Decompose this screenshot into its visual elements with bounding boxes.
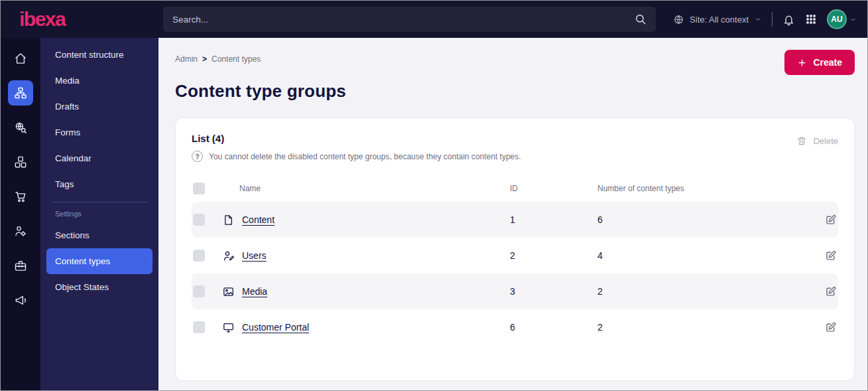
- ibexa-logo: ibexa: [19, 8, 65, 30]
- table-row: Users 2 4: [192, 238, 838, 274]
- column-header-name: Name: [222, 184, 510, 193]
- content-type-group-link[interactable]: Users: [242, 250, 267, 261]
- sidebar-item-tags[interactable]: Tags: [46, 171, 153, 197]
- cart-icon[interactable]: [8, 184, 33, 209]
- user-menu[interactable]: AU: [827, 9, 857, 29]
- edit-button[interactable]: [825, 321, 837, 333]
- row-checkbox[interactable]: [193, 214, 205, 226]
- row-count: 4: [597, 250, 810, 261]
- content-structure-icon[interactable]: [8, 80, 33, 106]
- global-search: [163, 7, 656, 32]
- megaphone-icon[interactable]: [8, 287, 33, 313]
- list-title: List (4): [192, 133, 521, 144]
- sidebar-item-label: Forms: [55, 127, 80, 137]
- select-all-checkbox[interactable]: [193, 183, 205, 195]
- sidebar-item-label: Sections: [55, 230, 90, 240]
- topbar: ibexa Site: All context: [1, 1, 867, 38]
- table-header-row: Name ID Number of content types: [192, 175, 838, 202]
- delete-note-text: You cannot delete the disabled content t…: [209, 152, 521, 161]
- site-search-icon[interactable]: [8, 115, 33, 140]
- column-header-count: Number of content types: [597, 184, 810, 193]
- sidebar-menu: Content structure Media Drafts Forms Cal…: [40, 38, 158, 390]
- breadcrumb-current: Content types: [212, 54, 261, 64]
- topbar-divider: [772, 12, 773, 27]
- plus-icon: [797, 58, 807, 68]
- topbar-controls: Site: All context AU: [673, 9, 867, 29]
- edit-button[interactable]: [825, 214, 837, 226]
- page-title: Content type groups: [175, 79, 855, 103]
- row-count: 6: [597, 214, 810, 225]
- row-count: 2: [597, 286, 810, 297]
- delete-button-label: Delete: [813, 136, 838, 146]
- table-row: Content 1 6: [192, 202, 838, 238]
- breadcrumb: Admin>Content types: [175, 50, 261, 64]
- content-type-group-link[interactable]: Media: [242, 286, 267, 297]
- row-id: 2: [510, 250, 597, 261]
- create-button[interactable]: Create: [784, 50, 855, 75]
- admin-icon[interactable]: [8, 218, 33, 244]
- sidebar-item-content-types[interactable]: Content types: [46, 248, 153, 274]
- content-type-group-link[interactable]: Content: [242, 214, 275, 225]
- icon-rail: [1, 38, 40, 390]
- main-content: Admin>Content types Create Content type …: [158, 38, 867, 390]
- row-checkbox[interactable]: [193, 285, 205, 297]
- row-id: 6: [510, 322, 597, 333]
- sidebar-item-label: Object States: [55, 282, 109, 292]
- site-context-label: Site: All context: [690, 15, 749, 25]
- create-button-label: Create: [813, 57, 842, 68]
- catalog-icon[interactable]: [8, 149, 33, 175]
- delete-button[interactable]: Delete: [796, 133, 838, 146]
- sidebar-item-object-states[interactable]: Object States: [46, 274, 153, 300]
- media-image-icon: [222, 285, 235, 298]
- row-checkbox[interactable]: [193, 321, 205, 333]
- edit-button[interactable]: [825, 250, 837, 262]
- breadcrumb-separator: >: [202, 54, 207, 64]
- sidebar-divider: [51, 202, 148, 202]
- workspace-icon[interactable]: [8, 253, 33, 278]
- sidebar-item-label: Content types: [55, 256, 110, 266]
- sidebar-item-drafts[interactable]: Drafts: [46, 94, 153, 119]
- search-icon: [635, 13, 647, 25]
- sidebar-item-media[interactable]: Media: [46, 68, 153, 94]
- column-header-id: ID: [510, 184, 597, 193]
- site-context-selector[interactable]: Site: All context: [673, 14, 762, 25]
- app-body: Content structure Media Drafts Forms Cal…: [1, 38, 867, 390]
- row-id: 3: [510, 286, 597, 297]
- sidebar-item-label: Tags: [55, 179, 74, 189]
- search-input[interactable]: [172, 15, 635, 25]
- edit-button[interactable]: [825, 285, 837, 297]
- content-file-icon: [222, 214, 235, 226]
- sidebar-item-calendar[interactable]: Calendar: [46, 145, 153, 171]
- sidebar-item-label: Calendar: [55, 153, 92, 163]
- portal-monitor-icon: [222, 321, 235, 334]
- chevron-down-icon: [754, 15, 762, 23]
- avatar: AU: [827, 9, 847, 29]
- row-count: 2: [597, 322, 810, 333]
- sidebar-settings-label: Settings: [40, 207, 158, 222]
- sidebar-item-label: Content structure: [55, 50, 124, 60]
- breadcrumb-admin[interactable]: Admin: [175, 54, 198, 64]
- content-type-groups-table: Name ID Number of content types Content: [192, 175, 838, 345]
- chevron-down-icon: [849, 16, 857, 23]
- sidebar-item-content-structure[interactable]: Content structure: [46, 42, 153, 68]
- notifications-bell-icon[interactable]: [782, 13, 795, 26]
- globe-icon: [673, 14, 684, 25]
- help-icon[interactable]: ?: [192, 151, 203, 162]
- row-id: 1: [510, 214, 597, 225]
- user-edit-icon: [222, 250, 235, 262]
- home-icon[interactable]: [8, 46, 33, 71]
- content-type-groups-card: List (4) ? You cannot delete the disable…: [175, 117, 855, 381]
- delete-note: ? You cannot delete the disabled content…: [192, 151, 521, 162]
- sidebar-item-label: Drafts: [55, 102, 79, 112]
- logo-area: ibexa: [1, 8, 158, 31]
- sidebar-item-label: Media: [55, 76, 80, 86]
- app-window: ibexa Site: All context: [0, 0, 868, 391]
- content-type-group-link[interactable]: Customer Portal: [242, 322, 309, 333]
- row-checkbox[interactable]: [193, 250, 205, 262]
- trash-icon: [796, 135, 807, 146]
- sidebar-item-forms[interactable]: Forms: [46, 119, 153, 145]
- sidebar-item-sections[interactable]: Sections: [46, 222, 153, 248]
- table-row: Customer Portal 6 2: [192, 309, 838, 345]
- app-grid-icon[interactable]: [805, 13, 817, 25]
- table-row: Media 3 2: [192, 274, 838, 309]
